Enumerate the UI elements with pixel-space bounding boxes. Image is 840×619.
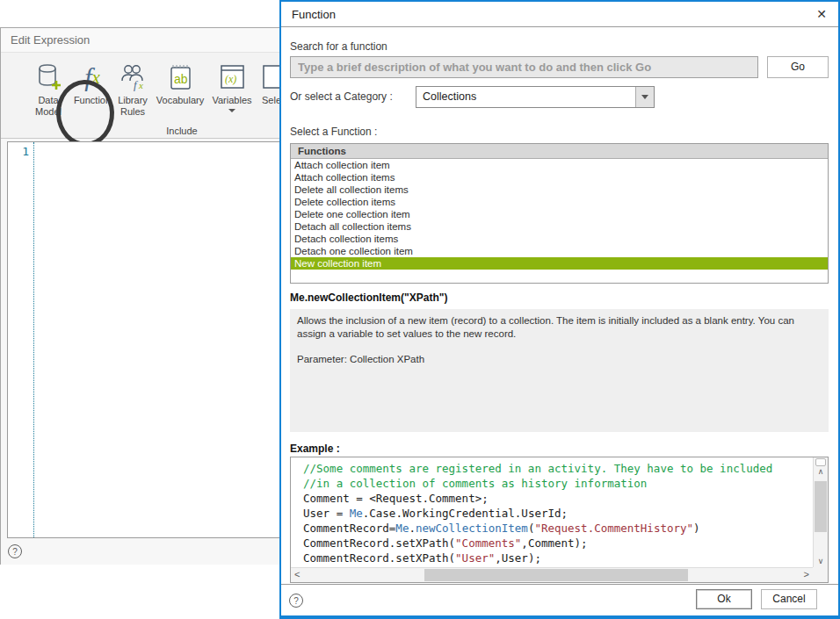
variables-x-glyph: (x) xyxy=(225,73,236,85)
function-list-item[interactable]: Attach collection items xyxy=(291,171,828,184)
cancel-button[interactable]: Cancel xyxy=(761,589,817,609)
library-rules-icon: f x xyxy=(118,61,148,93)
dialog-footer: ? Ok Cancel xyxy=(281,584,838,615)
ribbon-button-vocabulary[interactable]: ab Vocabulary xyxy=(154,61,206,106)
category-combobox[interactable]: Collections xyxy=(416,86,655,108)
function-description-box: Allows the inclusion of a new item (reco… xyxy=(290,309,829,432)
function-description: Allows the inclusion of a new item (reco… xyxy=(297,314,822,340)
edit-expression-title: Edit Expression xyxy=(11,33,90,47)
variables-dropdown-arrow-icon[interactable] xyxy=(228,109,235,112)
ribbon-button-label: Sele xyxy=(262,95,281,106)
function-list-item[interactable]: Detach collection items xyxy=(291,233,828,245)
splitter-grip[interactable] xyxy=(815,458,826,466)
example-code: //Some comments are registered in an act… xyxy=(291,457,813,567)
search-label: Search for a function xyxy=(290,40,387,53)
close-icon[interactable]: ✕ xyxy=(816,2,827,27)
code-line: //Some comments are registered in an act… xyxy=(303,461,813,476)
ribbon-group-label: Include xyxy=(155,126,209,136)
code-line: CommentRecord.setXPath("User",User); xyxy=(303,551,813,565)
function-list-item[interactable]: Delete all collection items xyxy=(291,184,828,196)
code-line: User = Me.Case.WorkingCredential.UserId; xyxy=(303,506,813,521)
horizontal-scroll-thumb[interactable] xyxy=(424,569,688,581)
code-line: //in a collection of comments as history… xyxy=(303,476,813,491)
code-line: Comment = <Request.Comment>; xyxy=(303,491,813,506)
function-list-item[interactable]: Delete one collection item xyxy=(291,208,828,220)
function-signature: Me.newCollectionItem("XPath") xyxy=(290,292,447,304)
scroll-down-icon[interactable]: ∨ xyxy=(814,557,828,565)
help-icon[interactable]: ? xyxy=(8,544,22,558)
variables-icon: (x) xyxy=(218,61,246,93)
ribbon-button-label: Vocabulary xyxy=(156,95,204,106)
function-list-item[interactable]: New collection item xyxy=(291,257,828,270)
vertical-scroll-thumb[interactable] xyxy=(815,481,827,532)
dialog-title: Function xyxy=(292,2,336,27)
code-line: CommentRecord=Me.newCollectionItem("Requ… xyxy=(303,521,813,536)
help-icon[interactable]: ? xyxy=(289,594,303,608)
scroll-left-icon[interactable]: < xyxy=(294,569,300,579)
vocabulary-icon: ab xyxy=(167,61,193,93)
line-number: 1 xyxy=(8,145,33,158)
example-label: Example : xyxy=(290,443,340,455)
horizontal-scrollbar[interactable]: < > xyxy=(291,567,813,582)
scroll-up-icon[interactable]: ∧ xyxy=(814,467,828,476)
line-number-gutter: 1 xyxy=(8,142,34,537)
function-parameter: Parameter: Collection XPath xyxy=(297,353,822,366)
chevron-down-icon xyxy=(641,95,648,99)
search-input[interactable] xyxy=(290,56,758,78)
code-line: CommentRecord.setXPath("Comments",Commen… xyxy=(303,536,813,551)
example-code-box: //Some comments are registered in an act… xyxy=(290,457,829,583)
function-list: Functions Attach collection itemAttach c… xyxy=(290,143,829,284)
combobox-dropdown-button[interactable] xyxy=(635,87,654,107)
category-selected-value: Collections xyxy=(423,87,476,107)
scrollbar-corner xyxy=(813,567,828,582)
function-list-items: Attach collection itemAttach collection … xyxy=(291,159,828,270)
go-button[interactable]: Go xyxy=(767,56,829,78)
function-list-item[interactable]: Detach one collection item xyxy=(291,245,828,257)
ribbon-button-library-rules[interactable]: f x Library Rules xyxy=(112,61,153,118)
svg-text:x: x xyxy=(138,80,143,90)
select-function-label: Select a Function : xyxy=(290,126,377,138)
function-list-item[interactable]: Detach all collection items xyxy=(291,220,828,233)
ribbon-button-variables[interactable]: (x) Variables xyxy=(210,61,254,112)
function-dialog: Function ✕ Search for a function Go Or s… xyxy=(279,0,840,619)
ok-button[interactable]: Ok xyxy=(696,589,752,609)
function-list-item[interactable]: Delete collection items xyxy=(291,196,828,208)
vertical-scrollbar[interactable]: ∧ ∨ xyxy=(813,457,828,567)
dialog-titlebar: Function ✕ xyxy=(281,2,838,27)
function-list-header: Functions xyxy=(291,144,828,159)
screen: Edit Expression Data Model fx xyxy=(0,0,840,619)
svg-text:ab: ab xyxy=(174,72,188,86)
ribbon-button-label: Variables xyxy=(212,95,251,106)
scroll-right-icon[interactable]: > xyxy=(804,569,809,579)
data-model-icon xyxy=(33,61,63,93)
function-list-item[interactable]: Attach collection item xyxy=(291,159,828,171)
category-label: Or select a Category : xyxy=(290,90,393,103)
ribbon-button-label: Library Rules xyxy=(118,95,148,118)
